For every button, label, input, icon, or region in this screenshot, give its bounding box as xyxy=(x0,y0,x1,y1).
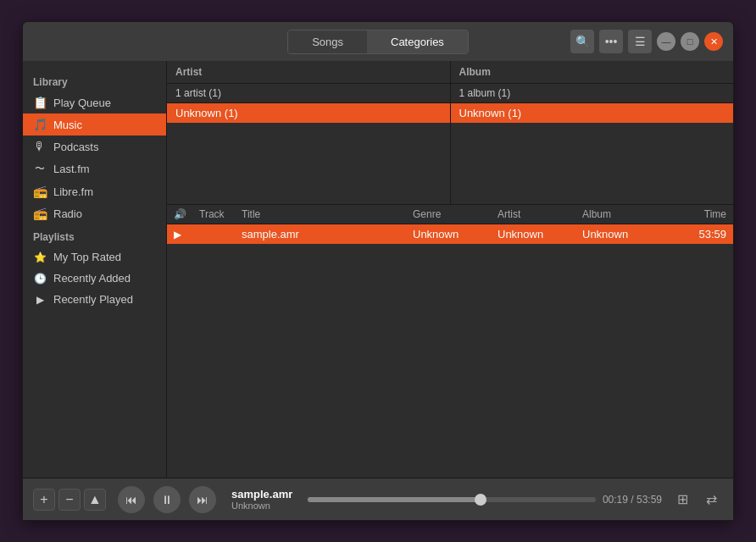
col-title-header: Title xyxy=(242,208,413,220)
artist-header: Artist xyxy=(167,61,450,84)
col-artist-header: Artist xyxy=(498,208,582,220)
menu-icon: ☰ xyxy=(635,35,646,48)
sidebar-item-label: My Top Rated xyxy=(53,251,121,263)
sidebar-item-label: Libre.fm xyxy=(53,185,93,198)
album-browser-col: Album 1 album (1) Unknown (1) xyxy=(451,61,734,204)
sidebar-item-label: Play Queue xyxy=(53,97,111,109)
close-icon: ✕ xyxy=(710,36,718,47)
sort-icon: ▲ xyxy=(88,492,102,507)
track-info: sample.amr Unknown xyxy=(231,488,299,511)
play-history-icon: ▶ xyxy=(33,294,47,306)
next-button[interactable]: ⏭ xyxy=(189,486,216,513)
sidebar-item-label: Last.fm xyxy=(53,163,90,175)
maximize-icon: □ xyxy=(687,36,693,47)
current-track-name: sample.amr xyxy=(231,488,299,501)
artist-browser-col: Artist 1 artist (1) Unknown (1) xyxy=(167,61,451,204)
maximize-button[interactable]: □ xyxy=(681,32,699,51)
current-track-artist: Unknown xyxy=(231,501,299,511)
album-header: Album xyxy=(451,61,734,84)
menu-button[interactable]: ☰ xyxy=(628,30,652,53)
col-genre-header: Genre xyxy=(413,208,498,220)
titlebar-actions: 🔍 ••• ☰ — □ ✕ xyxy=(570,30,723,53)
radio-icon: 📻 xyxy=(33,207,47,220)
titlebar: Songs Categories 🔍 ••• ☰ — □ xyxy=(23,22,733,61)
next-icon: ⏭ xyxy=(197,493,208,506)
sidebar-item-my-top-rated[interactable]: ⭐ My Top Rated xyxy=(23,246,166,268)
sort-button[interactable]: ▲ xyxy=(84,489,106,511)
sidebar-item-label: Recently Added xyxy=(53,272,131,285)
search-icon: 🔍 xyxy=(575,35,590,48)
clock-icon: 🕒 xyxy=(33,273,47,285)
progress-bar[interactable] xyxy=(308,497,596,502)
queue-icon: 📋 xyxy=(33,96,47,109)
previous-button[interactable]: ⏮ xyxy=(118,486,145,513)
more-button[interactable]: ••• xyxy=(599,30,623,53)
tab-categories[interactable]: Categories xyxy=(367,30,468,53)
minimize-icon: — xyxy=(662,36,671,47)
progress-fill xyxy=(308,497,481,502)
sidebar-item-label: Music xyxy=(53,119,82,131)
search-button[interactable]: 🔍 xyxy=(570,30,594,53)
content-area: Library 📋 Play Queue 🎵 Music 🎙 Podcasts … xyxy=(23,61,733,478)
add-playlist-button[interactable]: + xyxy=(33,489,55,511)
library-label: Library xyxy=(23,73,166,91)
previous-icon: ⏮ xyxy=(125,493,137,506)
minus-icon: − xyxy=(65,492,73,507)
artist-item-unknown[interactable]: Unknown (1) xyxy=(167,103,450,123)
podcasts-icon: 🎙 xyxy=(33,140,47,153)
bottom-right-buttons: ⊞ ⇄ xyxy=(670,488,723,512)
sidebar-item-music[interactable]: 🎵 Music xyxy=(23,113,166,136)
lastfm-icon: 〜 xyxy=(33,162,47,176)
sidebar-item-label: Podcasts xyxy=(53,141,98,153)
time-total: 53:59 xyxy=(636,494,662,506)
col-album-header: Album xyxy=(582,208,667,220)
playlists-label: Playlists xyxy=(23,228,166,246)
bottom-bar: + − ▲ ⏮ ⏸ ⏭ sample.amr xyxy=(23,478,733,520)
librefm-icon: 📻 xyxy=(33,185,47,198)
col-track-header: Track xyxy=(199,208,242,220)
main-content: Artist 1 artist (1) Unknown (1) Album 1 … xyxy=(167,61,733,478)
col-time-header: Time xyxy=(667,208,726,220)
time-current: 00:19 xyxy=(603,494,628,506)
artist-count: 1 artist (1) xyxy=(167,84,450,103)
close-button[interactable]: ✕ xyxy=(704,32,723,51)
track-artist: Unknown xyxy=(498,228,582,241)
col-playing-icon: 🔊 xyxy=(174,208,199,220)
shuffle-icon: ⇄ xyxy=(706,491,717,507)
sidebar-item-podcasts[interactable]: 🎙 Podcasts xyxy=(23,136,166,158)
progress-thumb[interactable] xyxy=(475,494,486,506)
table-row[interactable]: ▶ sample.amr Unknown Unknown Unknown 53:… xyxy=(167,224,733,244)
shuffle-button[interactable]: ⇄ xyxy=(699,488,723,512)
track-time: 53:59 xyxy=(667,228,726,241)
sidebar-item-librefm[interactable]: 📻 Libre.fm xyxy=(23,180,166,202)
music-icon: 🎵 xyxy=(33,118,47,131)
sidebar-item-recently-added[interactable]: 🕒 Recently Added xyxy=(23,268,166,289)
browser-pane: Artist 1 artist (1) Unknown (1) Album 1 … xyxy=(167,61,733,205)
minimize-button[interactable]: — xyxy=(657,32,675,51)
sidebar-item-lastfm[interactable]: 〜 Last.fm xyxy=(23,158,166,180)
queue-view-icon: ⊞ xyxy=(677,491,688,507)
sidebar-item-label: Recently Played xyxy=(53,293,133,306)
sidebar: Library 📋 Play Queue 🎵 Music 🎙 Podcasts … xyxy=(23,61,167,478)
now-playing-icon: ▶ xyxy=(174,229,199,241)
progress-area: 00:19 / 53:59 xyxy=(308,494,662,506)
plus-icon: + xyxy=(40,492,47,507)
track-title: sample.amr xyxy=(242,228,413,241)
sidebar-item-radio[interactable]: 📻 Radio xyxy=(23,202,166,224)
track-album: Unknown xyxy=(582,228,667,241)
remove-playlist-button[interactable]: − xyxy=(58,489,81,511)
more-icon: ••• xyxy=(605,35,618,48)
sidebar-item-label: Radio xyxy=(53,207,82,220)
track-genre: Unknown xyxy=(413,228,498,241)
queue-button[interactable]: ⊞ xyxy=(670,488,694,512)
album-item-unknown[interactable]: Unknown (1) xyxy=(451,103,734,123)
tab-songs[interactable]: Songs xyxy=(288,30,367,53)
sidebar-item-play-queue[interactable]: 📋 Play Queue xyxy=(23,91,166,113)
pause-button[interactable]: ⏸ xyxy=(153,486,181,513)
album-count: 1 album (1) xyxy=(451,84,734,103)
tab-group: Songs Categories xyxy=(287,30,469,54)
playlist-action-buttons: + − ▲ xyxy=(33,489,106,511)
star-icon: ⭐ xyxy=(33,252,47,263)
sidebar-item-recently-played[interactable]: ▶ Recently Played xyxy=(23,289,166,310)
tracklist-header: 🔊 Track Title Genre Artist Album Time xyxy=(167,205,733,224)
